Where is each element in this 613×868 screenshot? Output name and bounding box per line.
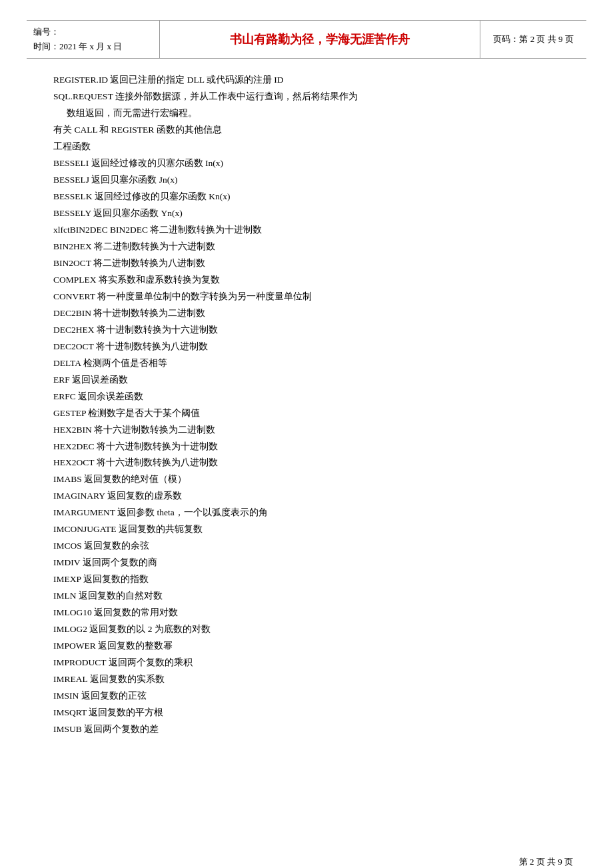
line3: 数组返回，而无需进行宏编程。 (67, 105, 560, 122)
page-container: 编号： 时间：2021 年 x 月 x 日 书山有路勤为径，学海无涯苦作舟 页码… (0, 20, 613, 868)
line18: DELTA 检测两个值是否相等 (53, 355, 560, 372)
header-page-number: 页码：第 2 页 共 9 页 (493, 33, 573, 45)
line28: IMCONJUGATE 返回复数的共轭复数 (53, 521, 560, 538)
line24: HEX2OCT 将十六进制数转换为八进制数 (53, 455, 560, 471)
line33: IMLOG10 返回复数的常用对数 (53, 605, 560, 621)
line7: BESSELJ 返回贝塞尔函数 Jn(x) (53, 172, 560, 189)
content-area: REGISTER.ID 返回已注册的指定 DLL 或代码源的注册 ID SQL.… (0, 59, 613, 751)
line37: IMREAL 返回复数的实系数 (53, 671, 560, 688)
line2: SQL.REQUEST 连接外部数据源，并从工作表中运行查询，然后将结果作为 (53, 89, 560, 105)
footer-page-number: 第 2 页 共 9 页 (519, 857, 573, 867)
line35: IMPOWER 返回复数的整数幂 (53, 638, 560, 655)
header-right: 页码：第 2 页 共 9 页 (480, 21, 586, 58)
line17: DEC2OCT 将十进制数转换为八进制数 (53, 339, 560, 355)
header-center: 书山有路勤为径，学海无涯苦作舟 (160, 21, 480, 58)
line32: IMLN 返回复数的自然对数 (53, 588, 560, 605)
line20: ERFC 返回余误差函数 (53, 389, 560, 405)
line30: IMDIV 返回两个复数的商 (53, 555, 560, 571)
line39: IMSQRT 返回复数的平方根 (53, 705, 560, 721)
line23: HEX2DEC 将十六进制数转换为十进制数 (53, 439, 560, 455)
page-header: 编号： 时间：2021 年 x 月 x 日 书山有路勤为径，学海无涯苦作舟 页码… (27, 20, 586, 59)
line6: BESSELI 返回经过修改的贝塞尔函数 In(x) (53, 155, 560, 172)
line8: BESSELK 返回经过修改的贝塞尔函数 Kn(x) (53, 189, 560, 205)
line36: IMPRODUCT 返回两个复数的乘积 (53, 655, 560, 671)
line12: BIN2OCT 将二进制数转换为八进制数 (53, 255, 560, 272)
line27: IMARGUMENT 返回参数 theta，一个以弧度表示的角 (53, 505, 560, 521)
line1: REGISTER.ID 返回已注册的指定 DLL 或代码源的注册 ID (53, 72, 560, 89)
line34: IMLOG2 返回复数的以 2 为底数的对数 (53, 621, 560, 638)
line10: xlfctBIN2DEC BIN2DEC 将二进制数转换为十进制数 (53, 222, 560, 239)
header-number-label: 编号： (33, 25, 153, 39)
header-left: 编号： 时间：2021 年 x 月 x 日 (27, 21, 160, 58)
line22: HEX2BIN 将十六进制数转换为二进制数 (53, 422, 560, 439)
line21: GESTEP 检测数字是否大于某个阈值 (53, 405, 560, 422)
line26: IMAGINARY 返回复数的虚系数 (53, 488, 560, 505)
line25: IMABS 返回复数的绝对值（模） (53, 471, 560, 488)
line40: IMSUB 返回两个复数的差 (53, 721, 560, 738)
line19: ERF 返回误差函数 (53, 372, 560, 389)
line11: BIN2HEX 将二进制数转换为十六进制数 (53, 239, 560, 255)
line29: IMCOS 返回复数的余弦 (53, 538, 560, 555)
line31: IMEXP 返回复数的指数 (53, 571, 560, 588)
line13: COMPLEX 将实系数和虚系数转换为复数 (53, 272, 560, 289)
line14: CONVERT 将一种度量单位制中的数字转换为另一种度量单位制 (53, 289, 560, 305)
line38: IMSIN 返回复数的正弦 (53, 688, 560, 705)
line9: BESSELY 返回贝塞尔函数 Yn(x) (53, 205, 560, 222)
page-footer: 第 2 页 共 9 页 (519, 856, 573, 868)
header-motto: 书山有路勤为径，学海无涯苦作舟 (230, 31, 410, 47)
line5: 工程函数 (53, 139, 560, 155)
header-date-label: 时间：2021 年 x 月 x 日 (33, 39, 153, 54)
line4: 有关 CALL 和 REGISTER 函数的其他信息 (53, 122, 560, 139)
line16: DEC2HEX 将十进制数转换为十六进制数 (53, 322, 560, 339)
line15: DEC2BIN 将十进制数转换为二进制数 (53, 305, 560, 322)
